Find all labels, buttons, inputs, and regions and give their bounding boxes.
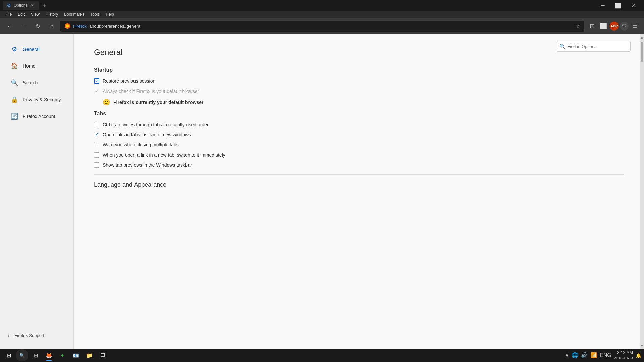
support-label: Firefox Support [14, 333, 44, 338]
sidebar-label-privacy: Privacy & Security [23, 97, 61, 102]
menu-bookmarks[interactable]: Bookmarks [61, 11, 87, 17]
synced-tabs-button[interactable]: ⬜ [598, 21, 608, 31]
tab-previews-label: Show tab previews in the Windows taskbar [103, 162, 192, 168]
explorer-taskbar-button[interactable]: 📁 [83, 349, 95, 361]
photos-taskbar-button[interactable]: 🖼 [97, 349, 109, 361]
menu-bar: File Edit View History Bookmarks Tools H… [0, 11, 644, 18]
start-button[interactable]: ⊞ [3, 349, 15, 361]
find-options-input[interactable] [557, 41, 631, 52]
warn-closing-row: Warn you when closing multiple tabs [94, 142, 624, 147]
library-button[interactable]: ⊞ [587, 21, 597, 31]
maximize-button[interactable]: ⬜ [610, 0, 626, 11]
menu-help[interactable]: Help [103, 11, 117, 17]
menu-view[interactable]: View [28, 11, 42, 17]
scroll-down-arrow[interactable]: ▼ [639, 343, 644, 349]
restore-session-checkbox[interactable] [94, 78, 99, 84]
system-tray-expand[interactable]: ∧ [565, 352, 569, 358]
sidebar-item-account[interactable]: 🔄 Firefox Account [3, 109, 71, 124]
main-content: 🔍 General Startup Restore previous sessi… [74, 34, 644, 349]
forward-button[interactable]: → [18, 20, 30, 32]
warn-closing-label: Warn you when closing multiple tabs [103, 142, 179, 147]
menu-history[interactable]: History [43, 11, 61, 17]
tab-settings-icon: ⚙ [7, 3, 11, 8]
gear-icon: ⚙ [11, 46, 18, 53]
notification-center-icon[interactable]: 🔔 [636, 353, 641, 358]
home-icon: 🏠 [11, 62, 18, 70]
new-tab-button[interactable]: + [40, 2, 49, 9]
sidebar-item-privacy[interactable]: 🔒 Privacy & Security [3, 92, 71, 107]
smiley-icon: 🙂 [103, 99, 110, 106]
tab-strip: ⚙ Options × + [3, 1, 49, 10]
warn-closing-checkbox[interactable] [94, 142, 99, 147]
network-icon[interactable]: 🌐 [572, 352, 578, 358]
reload-button[interactable]: ↻ [32, 20, 44, 32]
close-button[interactable]: ✕ [626, 0, 641, 11]
default-browser-check-row: ✓ Always check if Firefox is your defaul… [94, 88, 624, 94]
open-links-label: Open links in tabs instead of new window… [103, 132, 191, 137]
taskbar-clock[interactable]: 3:12 AM 2018-10-13 [614, 350, 633, 361]
scroll-bar[interactable]: ▲ ▼ [640, 34, 644, 349]
clock-date: 2018-10-13 [614, 356, 633, 361]
menu-file[interactable]: File [3, 11, 14, 17]
sidebar-label-general: General [23, 47, 40, 52]
tab-previews-row: Show tab previews in the Windows taskbar [94, 162, 624, 168]
default-browser-check-label: Always check if Firefox is your default … [103, 88, 199, 94]
svg-point-1 [66, 25, 69, 28]
sidebar-item-general[interactable]: ⚙ General [3, 42, 71, 57]
startup-section-title: Startup [94, 67, 624, 73]
sidebar-label-account: Firefox Account [23, 114, 55, 119]
find-options-area: 🔍 [557, 41, 631, 52]
menu-edit[interactable]: Edit [15, 11, 28, 17]
scroll-thumb[interactable] [641, 42, 643, 62]
address-bar[interactable]: Firefox about:preferences#general ☆ [60, 21, 584, 32]
scroll-up-arrow[interactable]: ▲ [639, 34, 644, 40]
ctrl-tab-row: Ctrl+Tab cycles through tabs in recently… [94, 122, 624, 127]
taskbar-search-button[interactable]: 🔍 [16, 349, 28, 361]
find-options-search-icon: 🔍 [559, 44, 565, 49]
menu-tools[interactable]: Tools [88, 11, 102, 17]
content-area: ⚙ General 🏠 Home 🔍 Search 🔒 Privacy & Se… [0, 34, 644, 349]
address-text: about:preferences#general [89, 24, 141, 29]
active-tab[interactable]: ⚙ Options × [3, 1, 39, 10]
search-icon: 🔍 [11, 79, 18, 86]
close-tab-button[interactable]: × [30, 3, 34, 8]
sidebar-item-search[interactable]: 🔍 Search [3, 75, 71, 90]
adblock-plus-button[interactable]: ABP [610, 22, 619, 31]
tracking-protection-button[interactable]: 🛡 [620, 22, 629, 31]
page-title: General [94, 48, 624, 57]
firefox-taskbar-button[interactable]: 🦊 [43, 349, 55, 361]
chrome-taskbar-button[interactable]: ● [56, 349, 68, 361]
section-divider [94, 174, 624, 175]
switch-tab-label: When you open a link in a new tab, switc… [103, 152, 225, 158]
taskview-button[interactable]: ⊟ [30, 349, 42, 361]
sidebar-support-link[interactable]: ℹ Firefox Support [0, 329, 73, 342]
bookmark-star-icon[interactable]: ☆ [576, 23, 580, 29]
nav-bar: ← → ↻ ⌂ Firefox about:preferences#genera… [0, 18, 644, 34]
volume-icon[interactable]: 🔊 [581, 352, 588, 358]
taskbar-right-area: ∧ 🌐 🔊 📶 ENG 3:12 AM 2018-10-13 🔔 [565, 350, 641, 361]
open-links-checkbox[interactable] [94, 132, 99, 137]
sidebar-label-home: Home [23, 63, 35, 69]
minimize-button[interactable]: ─ [595, 0, 610, 11]
tab-previews-checkbox[interactable] [94, 162, 99, 168]
startup-section: Startup Restore previous session ✓ Alway… [94, 67, 624, 106]
sidebar-item-home[interactable]: 🏠 Home [3, 58, 71, 74]
back-button[interactable]: ← [4, 20, 15, 32]
mail-taskbar-button[interactable]: 📧 [70, 349, 82, 361]
sidebar: ⚙ General 🏠 Home 🔍 Search 🔒 Privacy & Se… [0, 34, 74, 349]
lock-icon: 🔒 [11, 96, 18, 103]
find-options-wrapper: 🔍 [557, 41, 631, 52]
info-icon: ℹ [8, 333, 10, 338]
sidebar-spacer [0, 125, 73, 329]
switch-tab-checkbox[interactable] [94, 152, 99, 158]
tab-label: Options [14, 3, 28, 8]
sync-icon: 🔄 [11, 113, 18, 120]
wifi-icon[interactable]: 📶 [590, 352, 597, 358]
language-appearance-section: Language and Appearance [94, 181, 624, 188]
default-check-icon: ✓ [94, 88, 99, 94]
firefox-logo-icon [64, 23, 70, 29]
menu-open-button[interactable]: ☰ [630, 21, 640, 31]
home-button[interactable]: ⌂ [46, 20, 58, 32]
restore-session-row: Restore previous session [94, 78, 624, 84]
ctrl-tab-checkbox[interactable] [94, 122, 99, 127]
